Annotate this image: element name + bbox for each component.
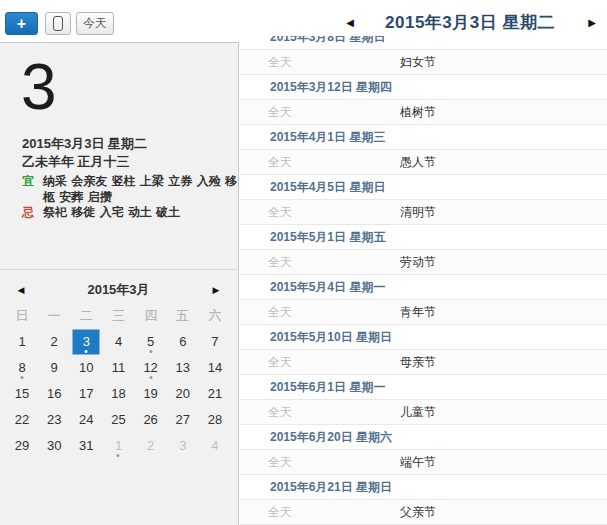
event-row[interactable]: 全天青年节 bbox=[240, 300, 607, 325]
day-cell-number: 1 bbox=[18, 334, 25, 349]
day-cell[interactable]: 27 bbox=[167, 407, 199, 433]
day-cell-number: 19 bbox=[143, 386, 157, 401]
day-cell-number: 7 bbox=[211, 334, 218, 349]
day-cell[interactable]: 2 bbox=[135, 433, 167, 459]
devices-button[interactable] bbox=[45, 12, 71, 35]
day-cell[interactable]: 31 bbox=[70, 433, 102, 459]
prev-day-button[interactable]: ◀ bbox=[341, 14, 359, 32]
day-cell[interactable]: 10 bbox=[70, 355, 102, 381]
phone-icon bbox=[53, 16, 63, 31]
day-cell[interactable]: 6 bbox=[167, 329, 199, 355]
event-row[interactable]: 全天端午节 bbox=[240, 450, 607, 475]
day-cell[interactable]: 4 bbox=[102, 329, 134, 355]
day-cell-number: 3 bbox=[179, 438, 186, 453]
day-cell[interactable]: 2 bbox=[38, 329, 70, 355]
day-cell[interactable]: 26 bbox=[135, 407, 167, 433]
event-name: 父亲节 bbox=[400, 500, 436, 525]
day-cell[interactable]: 8 bbox=[6, 355, 38, 381]
event-date-header: 2015年6月1日 星期一 bbox=[240, 375, 607, 400]
day-cell[interactable]: 1 bbox=[6, 329, 38, 355]
event-row[interactable]: 全天妇女节 bbox=[240, 50, 607, 75]
day-cell-number: 16 bbox=[47, 386, 61, 401]
day-cell[interactable]: 5 bbox=[135, 329, 167, 355]
day-cell-number: 17 bbox=[79, 386, 93, 401]
day-cell[interactable]: 23 bbox=[38, 407, 70, 433]
weekday-label: 三 bbox=[102, 303, 134, 329]
event-date-header: 2015年3月12日 星期四 bbox=[240, 75, 607, 100]
avoid-label: 忌 bbox=[22, 204, 34, 220]
day-cell-number: 3 bbox=[83, 334, 90, 349]
day-cell[interactable]: 3 bbox=[167, 433, 199, 459]
day-cell-number: 1 bbox=[115, 438, 122, 453]
event-row[interactable]: 全天劳动节 bbox=[240, 250, 607, 275]
day-cell-number: 18 bbox=[111, 386, 125, 401]
day-cell[interactable]: 19 bbox=[135, 381, 167, 407]
day-cell-number: 2 bbox=[147, 438, 154, 453]
day-cell-number: 13 bbox=[176, 360, 190, 375]
day-cell-number: 25 bbox=[111, 412, 125, 427]
event-date-header: 2015年3月8日 星期日 bbox=[240, 36, 607, 50]
today-button[interactable]: 今天 bbox=[76, 12, 114, 35]
prev-month-button[interactable]: ◀ bbox=[12, 277, 30, 303]
event-name: 妇女节 bbox=[400, 50, 436, 75]
almanac-suitable-row: 宜 纳采 会亲友 竖柱 上梁 立券 入殓 移柩 安葬 启攒 bbox=[22, 173, 239, 205]
add-event-button[interactable]: + bbox=[5, 12, 38, 35]
day-cell[interactable]: 7 bbox=[199, 329, 231, 355]
event-row[interactable]: 全天愚人节 bbox=[240, 150, 607, 175]
next-day-button[interactable]: ▶ bbox=[583, 14, 601, 32]
event-dot bbox=[21, 376, 24, 379]
day-cell[interactable]: 24 bbox=[70, 407, 102, 433]
event-row[interactable]: 全天清明节 bbox=[240, 200, 607, 225]
day-cell[interactable]: 13 bbox=[167, 355, 199, 381]
day-cell[interactable]: 12 bbox=[135, 355, 167, 381]
event-dot bbox=[85, 350, 88, 353]
day-cell[interactable]: 1 bbox=[102, 433, 134, 459]
day-cell[interactable]: 15 bbox=[6, 381, 38, 407]
all-day-label: 全天 bbox=[268, 200, 292, 225]
next-month-button[interactable]: ▶ bbox=[207, 277, 225, 303]
all-day-label: 全天 bbox=[268, 400, 292, 425]
event-name: 母亲节 bbox=[400, 350, 436, 375]
day-cell[interactable]: 18 bbox=[102, 381, 134, 407]
day-cell-number: 14 bbox=[208, 360, 222, 375]
all-day-label: 全天 bbox=[268, 100, 292, 125]
event-rows: 2015年3月8日 星期日全天妇女节2015年3月12日 星期四全天植树节201… bbox=[240, 36, 607, 525]
day-cell[interactable]: 29 bbox=[6, 433, 38, 459]
day-cell[interactable]: 25 bbox=[102, 407, 134, 433]
event-name: 清明节 bbox=[400, 200, 436, 225]
day-cell[interactable]: 30 bbox=[38, 433, 70, 459]
lunar-date-line: 乙未羊年 正月十三 bbox=[22, 153, 130, 171]
day-cell[interactable]: 22 bbox=[6, 407, 38, 433]
day-cell[interactable]: 28 bbox=[199, 407, 231, 433]
day-cell[interactable]: 11 bbox=[102, 355, 134, 381]
event-row[interactable]: 全天父亲节 bbox=[240, 500, 607, 525]
day-cell-number: 20 bbox=[176, 386, 190, 401]
weekday-label: 四 bbox=[135, 303, 167, 329]
day-cell-selected[interactable]: 3 bbox=[70, 329, 102, 355]
all-day-label: 全天 bbox=[268, 300, 292, 325]
event-name: 愚人节 bbox=[400, 150, 436, 175]
event-row[interactable]: 全天母亲节 bbox=[240, 350, 607, 375]
day-cell[interactable]: 4 bbox=[199, 433, 231, 459]
suitable-items: 纳采 会亲友 竖柱 上梁 立券 入殓 移柩 安葬 启攒 bbox=[43, 173, 239, 205]
event-row[interactable]: 全天儿童节 bbox=[240, 400, 607, 425]
day-cell[interactable]: 16 bbox=[38, 381, 70, 407]
day-cell-number: 21 bbox=[208, 386, 222, 401]
event-row[interactable]: 全天植树节 bbox=[240, 100, 607, 125]
day-cell[interactable]: 20 bbox=[167, 381, 199, 407]
suitable-label: 宜 bbox=[22, 173, 34, 205]
mini-calendar-grid: 日一二三四五六123456789101112131415161718192021… bbox=[0, 303, 237, 459]
weekday-label: 二 bbox=[70, 303, 102, 329]
event-name: 端午节 bbox=[400, 450, 436, 475]
day-cell[interactable]: 9 bbox=[38, 355, 70, 381]
weekday-label: 五 bbox=[167, 303, 199, 329]
event-date-header: 2015年5月10日 星期日 bbox=[240, 325, 607, 350]
all-day-label: 全天 bbox=[268, 150, 292, 175]
day-cell[interactable]: 17 bbox=[70, 381, 102, 407]
day-detail-panel: 3 2015年3月3日 星期二 乙未羊年 正月十三 宜 纳采 会亲友 竖柱 上梁… bbox=[0, 42, 239, 525]
event-date-header: 2015年5月4日 星期一 bbox=[240, 275, 607, 300]
day-cell[interactable]: 21 bbox=[199, 381, 231, 407]
weekday-label: 六 bbox=[199, 303, 231, 329]
day-cell[interactable]: 14 bbox=[199, 355, 231, 381]
day-cell-number: 9 bbox=[51, 360, 58, 375]
